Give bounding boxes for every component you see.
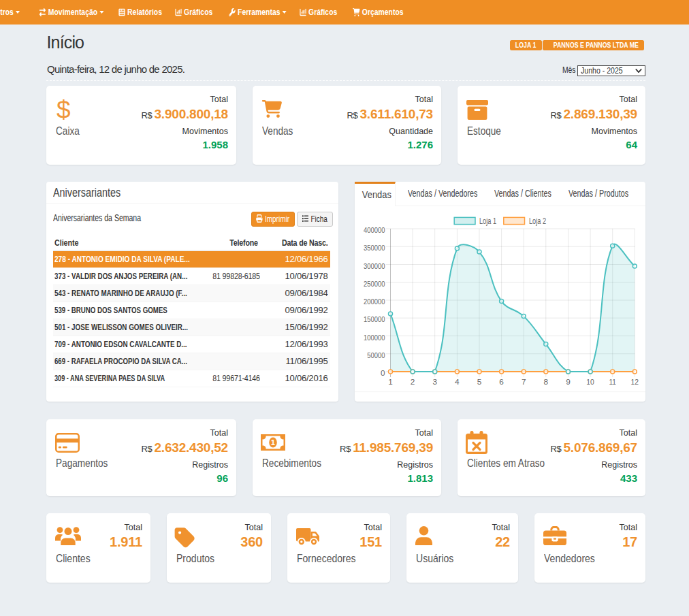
svg-text:Loja 2: Loja 2: [529, 216, 546, 226]
svg-text:200000: 200000: [364, 297, 385, 306]
svg-text:350000: 350000: [364, 243, 385, 253]
svg-text:7: 7: [521, 377, 526, 387]
svg-text:10: 10: [586, 377, 594, 387]
svg-text:3: 3: [432, 377, 437, 387]
svg-text:8: 8: [543, 377, 548, 387]
svg-text:400000: 400000: [364, 225, 385, 235]
svg-text:1: 1: [270, 438, 275, 447]
svg-text:150000: 150000: [364, 314, 385, 324]
svg-text:0: 0: [380, 368, 385, 378]
svg-text:1: 1: [388, 377, 393, 387]
svg-text:2: 2: [410, 377, 415, 387]
svg-text:300000: 300000: [364, 261, 385, 271]
svg-text:6: 6: [499, 377, 504, 387]
svg-text:9: 9: [566, 377, 571, 387]
svg-text:11: 11: [609, 377, 616, 387]
svg-text:Loja 1: Loja 1: [479, 216, 496, 226]
svg-text:5: 5: [477, 377, 481, 387]
svg-text:250000: 250000: [364, 279, 385, 289]
svg-text:12: 12: [630, 377, 639, 387]
svg-text:50000: 50000: [367, 351, 385, 360]
svg-text:4: 4: [455, 377, 460, 387]
svg-text:100000: 100000: [364, 333, 385, 342]
